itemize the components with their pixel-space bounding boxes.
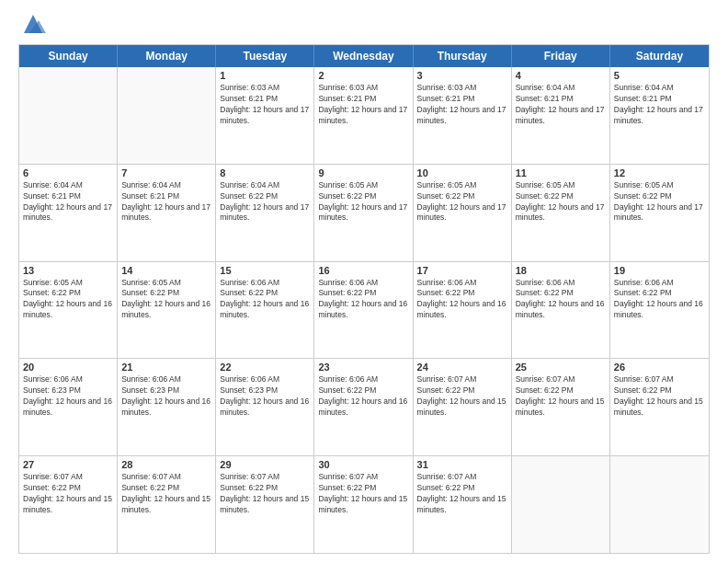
header-day-thursday: Thursday	[414, 45, 512, 67]
day-number: 15	[220, 265, 310, 276]
day-info: Sunrise: 6:04 AM Sunset: 6:21 PM Dayligh…	[121, 180, 211, 224]
calendar-header-row: SundayMondayTuesdayWednesdayThursdayFrid…	[19, 45, 709, 67]
day-info: Sunrise: 6:06 AM Sunset: 6:22 PM Dayligh…	[516, 278, 606, 322]
day-cell-21: 21Sunrise: 6:06 AM Sunset: 6:23 PM Dayli…	[118, 359, 216, 455]
day-number: 23	[318, 362, 408, 373]
header-day-saturday: Saturday	[610, 45, 709, 67]
day-number: 25	[516, 362, 606, 373]
day-cell-4: 4Sunrise: 6:04 AM Sunset: 6:21 PM Daylig…	[512, 67, 610, 164]
day-info: Sunrise: 6:07 AM Sunset: 6:22 PM Dayligh…	[516, 374, 606, 419]
day-cell-27: 27Sunrise: 6:07 AM Sunset: 6:22 PM Dayli…	[19, 456, 118, 553]
week-row-2: 6Sunrise: 6:04 AM Sunset: 6:21 PM Daylig…	[19, 165, 709, 262]
day-cell-13: 13Sunrise: 6:05 AM Sunset: 6:22 PM Dayli…	[19, 262, 118, 359]
day-info: Sunrise: 6:06 AM Sunset: 6:22 PM Dayligh…	[417, 278, 507, 322]
day-cell-8: 8Sunrise: 6:04 AM Sunset: 6:22 PM Daylig…	[216, 165, 314, 261]
logo	[18, 15, 46, 37]
day-cell-3: 3Sunrise: 6:03 AM Sunset: 6:21 PM Daylig…	[414, 67, 512, 164]
day-info: Sunrise: 6:07 AM Sunset: 6:22 PM Dayligh…	[417, 374, 507, 419]
day-number: 9	[318, 167, 408, 178]
day-cell-14: 14Sunrise: 6:05 AM Sunset: 6:22 PM Dayli…	[118, 262, 216, 359]
day-number: 17	[417, 265, 507, 276]
day-cell-9: 9Sunrise: 6:05 AM Sunset: 6:22 PM Daylig…	[314, 165, 413, 261]
day-cell-25: 25Sunrise: 6:07 AM Sunset: 6:22 PM Dayli…	[512, 359, 610, 455]
day-cell-18: 18Sunrise: 6:06 AM Sunset: 6:22 PM Dayli…	[512, 262, 610, 359]
day-cell-6: 6Sunrise: 6:04 AM Sunset: 6:21 PM Daylig…	[19, 165, 118, 261]
day-info: Sunrise: 6:07 AM Sunset: 6:22 PM Dayligh…	[220, 472, 310, 516]
day-number: 6	[23, 167, 113, 178]
day-info: Sunrise: 6:07 AM Sunset: 6:22 PM Dayligh…	[614, 374, 705, 419]
day-number: 12	[614, 167, 705, 178]
day-info: Sunrise: 6:05 AM Sunset: 6:22 PM Dayligh…	[614, 180, 705, 224]
day-info: Sunrise: 6:06 AM Sunset: 6:22 PM Dayligh…	[220, 278, 310, 322]
day-info: Sunrise: 6:05 AM Sunset: 6:22 PM Dayligh…	[121, 278, 211, 322]
day-info: Sunrise: 6:04 AM Sunset: 6:21 PM Dayligh…	[23, 180, 113, 224]
day-info: Sunrise: 6:06 AM Sunset: 6:23 PM Dayligh…	[121, 374, 211, 419]
header-day-friday: Friday	[512, 45, 610, 67]
week-row-3: 13Sunrise: 6:05 AM Sunset: 6:22 PM Dayli…	[19, 262, 709, 360]
day-info: Sunrise: 6:06 AM Sunset: 6:23 PM Dayligh…	[23, 374, 113, 419]
header-day-wednesday: Wednesday	[314, 45, 413, 67]
day-info: Sunrise: 6:06 AM Sunset: 6:22 PM Dayligh…	[614, 278, 705, 322]
day-number: 20	[23, 362, 113, 373]
day-number: 3	[417, 70, 507, 81]
day-number: 10	[417, 167, 507, 178]
day-info: Sunrise: 6:04 AM Sunset: 6:22 PM Dayligh…	[220, 180, 310, 224]
week-row-4: 20Sunrise: 6:06 AM Sunset: 6:23 PM Dayli…	[19, 359, 709, 456]
day-cell-29: 29Sunrise: 6:07 AM Sunset: 6:22 PM Dayli…	[216, 456, 314, 553]
day-number: 26	[614, 362, 705, 373]
page: SundayMondayTuesdayWednesdayThursdayFrid…	[0, 0, 728, 563]
day-cell-17: 17Sunrise: 6:06 AM Sunset: 6:22 PM Dayli…	[414, 262, 512, 359]
day-number: 21	[121, 362, 211, 373]
day-info: Sunrise: 6:03 AM Sunset: 6:21 PM Dayligh…	[220, 83, 310, 127]
day-number: 24	[417, 362, 507, 373]
day-number: 14	[121, 265, 211, 276]
day-info: Sunrise: 6:04 AM Sunset: 6:21 PM Dayligh…	[614, 83, 705, 127]
day-info: Sunrise: 6:07 AM Sunset: 6:22 PM Dayligh…	[23, 472, 113, 516]
day-number: 28	[121, 459, 211, 470]
day-cell-11: 11Sunrise: 6:05 AM Sunset: 6:22 PM Dayli…	[512, 165, 610, 261]
day-info: Sunrise: 6:03 AM Sunset: 6:21 PM Dayligh…	[318, 83, 408, 127]
day-number: 19	[614, 265, 705, 276]
day-info: Sunrise: 6:05 AM Sunset: 6:22 PM Dayligh…	[516, 180, 606, 224]
day-cell-7: 7Sunrise: 6:04 AM Sunset: 6:21 PM Daylig…	[118, 165, 216, 261]
day-cell-26: 26Sunrise: 6:07 AM Sunset: 6:22 PM Dayli…	[610, 359, 709, 455]
day-cell-2: 2Sunrise: 6:03 AM Sunset: 6:21 PM Daylig…	[314, 67, 413, 164]
day-cell-23: 23Sunrise: 6:06 AM Sunset: 6:22 PM Dayli…	[314, 359, 413, 455]
day-info: Sunrise: 6:05 AM Sunset: 6:22 PM Dayligh…	[417, 180, 507, 224]
day-cell-30: 30Sunrise: 6:07 AM Sunset: 6:22 PM Dayli…	[314, 456, 413, 553]
day-info: Sunrise: 6:06 AM Sunset: 6:22 PM Dayligh…	[318, 278, 408, 322]
day-cell-31: 31Sunrise: 6:07 AM Sunset: 6:22 PM Dayli…	[414, 456, 512, 553]
day-number: 1	[220, 70, 310, 81]
empty-cell	[610, 456, 709, 553]
day-number: 27	[23, 459, 113, 470]
day-info: Sunrise: 6:06 AM Sunset: 6:23 PM Dayligh…	[220, 374, 310, 419]
empty-cell	[118, 67, 216, 164]
empty-cell	[512, 456, 610, 553]
day-cell-24: 24Sunrise: 6:07 AM Sunset: 6:22 PM Dayli…	[414, 359, 512, 455]
day-number: 16	[318, 265, 408, 276]
day-cell-12: 12Sunrise: 6:05 AM Sunset: 6:22 PM Dayli…	[610, 165, 709, 261]
day-number: 2	[318, 70, 408, 81]
day-info: Sunrise: 6:05 AM Sunset: 6:22 PM Dayligh…	[23, 278, 113, 322]
calendar-body: 1Sunrise: 6:03 AM Sunset: 6:21 PM Daylig…	[19, 67, 709, 553]
day-number: 31	[417, 459, 507, 470]
day-number: 13	[23, 265, 113, 276]
day-cell-16: 16Sunrise: 6:06 AM Sunset: 6:22 PM Dayli…	[314, 262, 413, 359]
day-number: 7	[121, 167, 211, 178]
day-info: Sunrise: 6:07 AM Sunset: 6:22 PM Dayligh…	[417, 472, 507, 516]
header-day-sunday: Sunday	[19, 45, 118, 67]
day-info: Sunrise: 6:03 AM Sunset: 6:21 PM Dayligh…	[417, 83, 507, 127]
day-number: 18	[516, 265, 606, 276]
day-cell-20: 20Sunrise: 6:06 AM Sunset: 6:23 PM Dayli…	[19, 359, 118, 455]
empty-cell	[19, 67, 118, 164]
week-row-1: 1Sunrise: 6:03 AM Sunset: 6:21 PM Daylig…	[19, 67, 709, 165]
header-day-monday: Monday	[118, 45, 216, 67]
day-cell-5: 5Sunrise: 6:04 AM Sunset: 6:21 PM Daylig…	[610, 67, 709, 164]
day-info: Sunrise: 6:07 AM Sunset: 6:22 PM Dayligh…	[318, 472, 408, 516]
day-info: Sunrise: 6:04 AM Sunset: 6:21 PM Dayligh…	[516, 83, 606, 127]
day-cell-15: 15Sunrise: 6:06 AM Sunset: 6:22 PM Dayli…	[216, 262, 314, 359]
day-number: 8	[220, 167, 310, 178]
day-info: Sunrise: 6:07 AM Sunset: 6:22 PM Dayligh…	[121, 472, 211, 516]
week-row-5: 27Sunrise: 6:07 AM Sunset: 6:22 PM Dayli…	[19, 456, 709, 553]
day-cell-19: 19Sunrise: 6:06 AM Sunset: 6:22 PM Dayli…	[610, 262, 709, 359]
